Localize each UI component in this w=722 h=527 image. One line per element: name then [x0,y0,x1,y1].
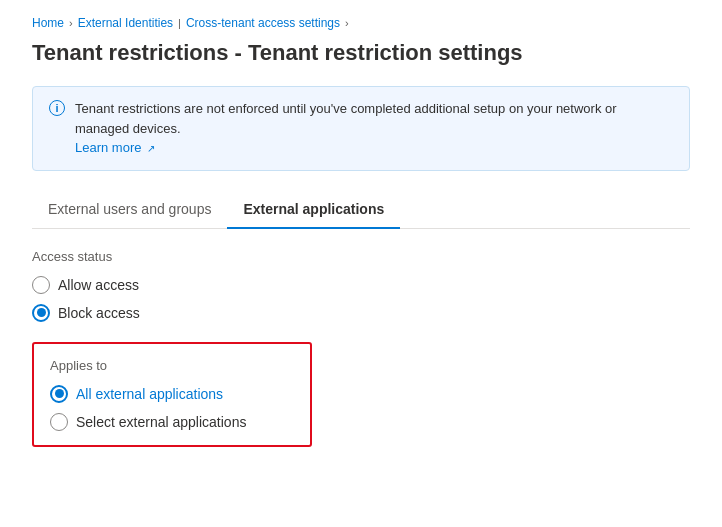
select-external-apps-label: Select external applications [76,414,246,430]
allow-access-label: Allow access [58,277,139,293]
allow-access-radio[interactable] [32,276,50,294]
block-access-label: Block access [58,305,140,321]
applies-to-radio-group: All external applications Select externa… [50,385,294,431]
breadcrumb: Home › External Identities | Cross-tenan… [32,16,690,30]
external-link-icon: ↗ [147,143,155,154]
applies-to-label: Applies to [50,358,294,373]
learn-more-link[interactable]: Learn more ↗ [75,140,155,155]
access-status-radio-group: Allow access Block access [32,276,690,322]
block-access-radio[interactable] [32,304,50,322]
allow-access-option[interactable]: Allow access [32,276,690,294]
breadcrumb-home[interactable]: Home [32,16,64,30]
select-external-apps-radio[interactable] [50,413,68,431]
info-banner: i Tenant restrictions are not enforced u… [32,86,690,171]
block-access-option[interactable]: Block access [32,304,690,322]
tabs-container: External users and groups External appli… [32,191,690,229]
breadcrumb-sep-2: › [345,17,349,29]
breadcrumb-pipe: | [178,17,181,29]
tab-external-apps[interactable]: External applications [227,191,400,229]
access-status-label: Access status [32,249,690,264]
all-external-apps-radio[interactable] [50,385,68,403]
info-banner-text: Tenant restrictions are not enforced unt… [75,99,673,158]
access-status-section: Access status Allow access Block access [32,249,690,322]
breadcrumb-cross-tenant[interactable]: Cross-tenant access settings [186,16,340,30]
applies-to-section: Applies to All external applications Sel… [32,342,312,447]
breadcrumb-external-identities[interactable]: External Identities [78,16,173,30]
all-external-apps-label: All external applications [76,386,223,402]
tab-external-users[interactable]: External users and groups [32,191,227,229]
all-external-apps-option[interactable]: All external applications [50,385,294,403]
info-icon: i [49,100,65,116]
page-title: Tenant restrictions - Tenant restriction… [32,40,690,66]
select-external-apps-option[interactable]: Select external applications [50,413,294,431]
breadcrumb-sep-1: › [69,17,73,29]
